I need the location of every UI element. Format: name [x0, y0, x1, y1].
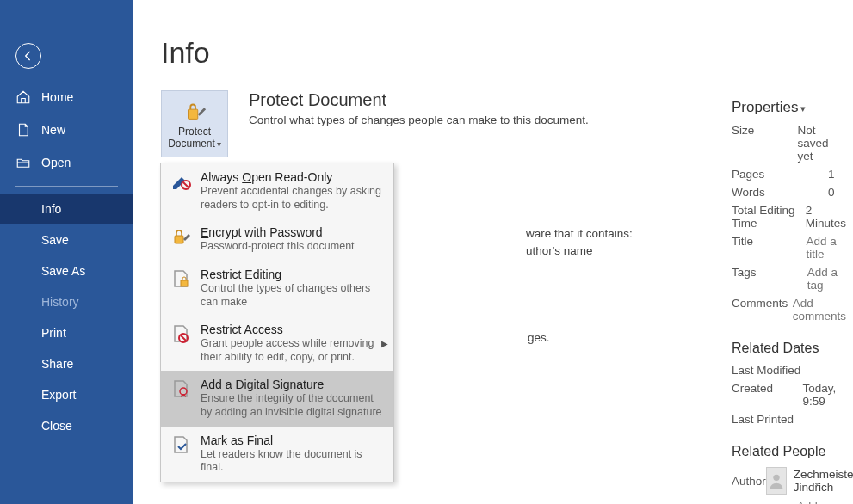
- sidebar-item-label: Close: [41, 419, 72, 433]
- doc-forbidden-icon: [170, 323, 192, 345]
- protect-document-menu: Always Open Read-Only Prevent accidental…: [160, 163, 394, 482]
- prop-lastprint-label: Last Printed: [732, 413, 828, 426]
- doc-check-icon: [170, 433, 192, 456]
- prop-tags-input[interactable]: Add a tag: [807, 266, 846, 292]
- sidebar-item-home[interactable]: Home: [0, 81, 133, 114]
- sidebar-item-saveas[interactable]: Save As: [0, 255, 133, 286]
- add-author-input[interactable]: Add an author: [797, 500, 846, 504]
- protect-button-line1: Protect: [178, 126, 211, 138]
- protect-document-button[interactable]: Protect Document ▾: [161, 90, 228, 157]
- menu-item-restrict-editing[interactable]: Restrict Editing Control the types of ch…: [161, 261, 393, 316]
- menu-item-digital-signature[interactable]: Add a Digital Signature Ensure the integ…: [161, 371, 393, 426]
- prop-edittime-label: Total Editing Time: [732, 204, 806, 230]
- prop-lastmod-label: Last Modified: [732, 364, 828, 377]
- page-title: Info: [161, 36, 853, 70]
- prop-title-label: Title: [732, 235, 807, 261]
- prop-title-input[interactable]: Add a title: [807, 235, 846, 261]
- sidebar-item-export[interactable]: Export: [0, 379, 133, 410]
- prop-author-label: Author: [732, 475, 766, 488]
- protect-heading: Protect Document: [249, 90, 589, 110]
- prop-size-value: Not saved yet: [798, 124, 846, 163]
- sidebar-item-label: Save: [41, 233, 69, 247]
- prop-size-label: Size: [732, 124, 798, 163]
- open-folder-icon: [15, 155, 31, 170]
- sidebar-item-label: Share: [41, 357, 73, 371]
- sidebar-item-label: Home: [41, 90, 73, 104]
- inspect-text-fragment: ware that it contains: uthor's name: [526, 225, 633, 261]
- sidebar-item-label: Info: [41, 202, 61, 216]
- properties-dropdown[interactable]: Properties▾: [732, 99, 846, 116]
- sidebar-item-label: Export: [41, 388, 76, 402]
- protect-button-line2: Document: [168, 138, 215, 150]
- properties-panel: Properties▾ SizeNot saved yet Pages1 Wor…: [732, 99, 846, 504]
- sidebar-item-save[interactable]: Save: [0, 224, 133, 255]
- chevron-down-icon: ▾: [800, 103, 806, 114]
- prop-pages-value: 1: [828, 168, 835, 181]
- sidebar-item-share[interactable]: Share: [0, 348, 133, 379]
- backstage-sidebar: Home New Open Info Save Save As History: [0, 0, 133, 504]
- prop-comments-label: Comments: [732, 297, 793, 323]
- author-name[interactable]: Zechmeister Jindřich: [794, 468, 853, 494]
- sidebar-item-label: History: [41, 295, 79, 309]
- sidebar-item-label: Open: [41, 156, 71, 169]
- new-doc-icon: [15, 122, 31, 138]
- sidebar-item-label: Print: [41, 326, 66, 340]
- svg-point-6: [180, 388, 187, 395]
- menu-item-open-readonly[interactable]: Always Open Read-Only Prevent accidental…: [161, 163, 393, 218]
- doc-ribbon-icon: [170, 378, 192, 400]
- prop-tags-label: Tags: [732, 266, 807, 292]
- sidebar-item-label: New: [41, 123, 65, 137]
- manage-text-fragment: ges.: [528, 331, 550, 344]
- sidebar-item-new[interactable]: New: [0, 114, 133, 146]
- svg-rect-4: [181, 280, 188, 286]
- menu-item-mark-final[interactable]: Mark as Final Let readers know the docum…: [161, 427, 393, 482]
- chevron-down-icon: ▾: [217, 139, 221, 149]
- sidebar-item-history[interactable]: History: [0, 286, 133, 317]
- sidebar-item-print[interactable]: Print: [0, 317, 133, 348]
- sidebar-divider: [15, 186, 118, 187]
- prop-words-label: Words: [732, 186, 828, 199]
- doc-lock-icon: [170, 267, 192, 290]
- sidebar-item-close[interactable]: Close: [0, 410, 133, 441]
- sidebar-item-label: Save As: [41, 264, 85, 278]
- menu-item-restrict-access[interactable]: Restrict Access Grant people access whil…: [161, 316, 393, 371]
- prop-words-value: 0: [828, 186, 835, 199]
- submenu-arrow-icon: ▶: [381, 339, 388, 348]
- prop-created-label: Created: [732, 382, 802, 408]
- home-icon: [15, 89, 31, 105]
- menu-item-encrypt-password[interactable]: Encrypt with Password Password-protect t…: [161, 218, 393, 261]
- related-dates-heading: Related Dates: [732, 341, 846, 356]
- lock-key-icon: [182, 98, 207, 124]
- prop-pages-label: Pages: [732, 168, 828, 181]
- back-button[interactable]: [15, 43, 41, 69]
- sidebar-item-open[interactable]: Open: [0, 146, 133, 179]
- svg-rect-0: [189, 109, 198, 119]
- person-icon: [767, 471, 786, 490]
- lock-key-icon: [170, 225, 192, 248]
- readonly-icon: [170, 170, 192, 193]
- svg-point-1: [773, 475, 779, 481]
- svg-rect-3: [175, 236, 183, 243]
- prop-edittime-value: 2 Minutes: [806, 204, 846, 230]
- sidebar-item-info[interactable]: Info: [0, 194, 133, 224]
- protect-description: Control what types of changes people can…: [249, 114, 589, 126]
- related-people-heading: Related People: [732, 444, 846, 459]
- prop-created-value: Today, 9:59: [802, 382, 846, 408]
- arrow-left-icon: [22, 49, 35, 63]
- avatar[interactable]: [766, 467, 787, 495]
- prop-comments-input[interactable]: Add comments: [793, 297, 846, 323]
